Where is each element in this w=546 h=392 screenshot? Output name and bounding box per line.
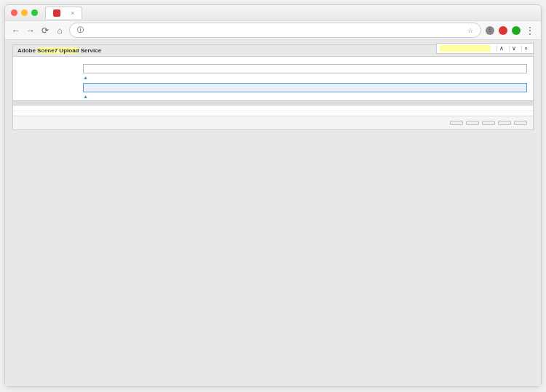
bookmark-star-icon[interactable]: ☆ xyxy=(467,27,473,34)
maximize-window-icon[interactable] xyxy=(31,9,38,16)
browser-window: × ← → ⟳ ⌂ ⓘ ☆ ⋮ ⋮ ∧ ∨ × Adobe Scene7 U xyxy=(4,4,542,387)
extension-icon[interactable]: ⋮ xyxy=(486,26,494,35)
minimize-window-icon[interactable] xyxy=(21,9,28,16)
field-number-connections: ▲ xyxy=(13,81,533,100)
find-next-button[interactable]: ∨ xyxy=(509,45,518,52)
window-controls xyxy=(11,9,38,16)
field-label xyxy=(19,64,77,65)
delete-button[interactable] xyxy=(482,121,495,125)
number-connections-input[interactable] xyxy=(83,83,527,92)
content-area: ∧ ∨ × Adobe Scene7 Upload Service ✖ ▲ xyxy=(5,40,541,386)
tab-close-icon[interactable]: × xyxy=(71,9,74,17)
find-input[interactable] xyxy=(440,45,491,52)
tab-favicon-icon xyxy=(53,9,60,17)
dialog-title: Adobe Scene7 Upload Service xyxy=(17,47,101,54)
profile-label[interactable] xyxy=(526,12,535,15)
titlebar: × xyxy=(5,5,541,21)
extension-icon[interactable] xyxy=(512,26,521,35)
browser-tab[interactable]: × xyxy=(45,7,82,19)
back-button[interactable]: ← xyxy=(11,25,21,36)
field-active-job-timeout: ▲ xyxy=(13,63,533,81)
forward-button[interactable]: → xyxy=(25,25,36,36)
save-button[interactable] xyxy=(514,121,527,125)
dialog-buttons xyxy=(13,116,533,129)
find-in-page: ∧ ∨ × xyxy=(436,43,534,54)
config-info-header xyxy=(13,100,533,105)
home-button[interactable]: ⌂ xyxy=(55,25,65,36)
close-window-icon[interactable] xyxy=(11,9,17,16)
menu-icon[interactable]: ⋮ xyxy=(525,25,535,36)
field-hint: ▲ xyxy=(83,94,527,99)
extension-icon[interactable] xyxy=(499,26,507,35)
config-binding-row xyxy=(13,111,533,116)
active-job-timeout-input[interactable] xyxy=(83,64,527,73)
info-triangle-icon: ▲ xyxy=(83,94,88,99)
reload-button[interactable]: ⟳ xyxy=(40,25,50,36)
field-hint: ▲ xyxy=(83,75,527,80)
reset-button[interactable] xyxy=(466,121,479,125)
unbind-button[interactable] xyxy=(498,121,511,125)
cancel-button[interactable] xyxy=(450,121,463,125)
field-label xyxy=(19,83,77,84)
url-toolbar: ← → ⟳ ⌂ ⓘ ☆ ⋮ ⋮ xyxy=(5,21,541,40)
find-close-button[interactable]: × xyxy=(521,45,530,52)
find-prev-button[interactable]: ∧ xyxy=(496,45,506,52)
info-icon[interactable]: ⓘ xyxy=(77,25,84,35)
config-pid-row xyxy=(13,105,533,111)
address-bar[interactable]: ⓘ ☆ xyxy=(69,23,481,38)
info-triangle-icon: ▲ xyxy=(83,75,88,80)
config-dialog: Adobe Scene7 Upload Service ✖ ▲ ▲ xyxy=(12,44,534,130)
dialog-description xyxy=(13,57,533,63)
